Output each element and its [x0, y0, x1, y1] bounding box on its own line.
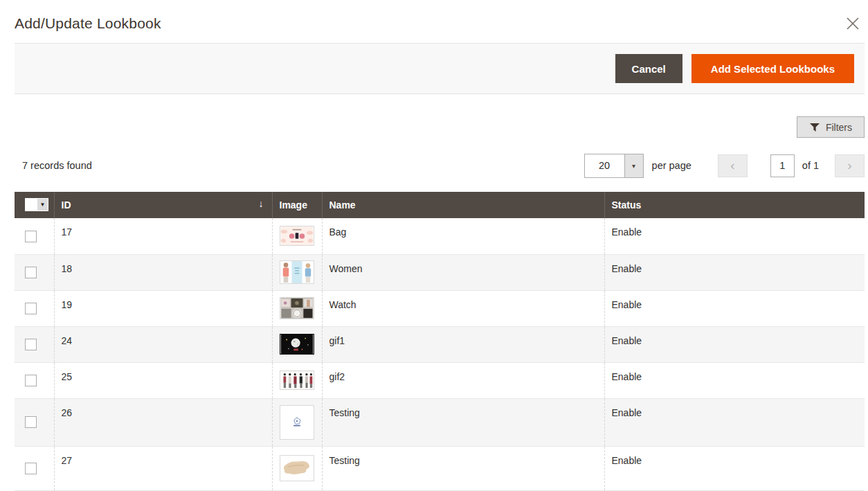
- sort-descending-icon: ↓: [259, 198, 264, 209]
- column-header-id[interactable]: ID ↓: [54, 192, 272, 218]
- cell-id: 24: [54, 326, 272, 362]
- add-update-lookbook-modal: Add/Update Lookbook Cancel Add Selected …: [0, 0, 868, 491]
- row-checkbox[interactable]: [25, 303, 37, 314]
- column-header-status[interactable]: Status: [604, 192, 865, 218]
- pagination-controls: 20 ▾ per page ‹ of 1 ›: [584, 154, 865, 178]
- select-all-caret-icon: ▼: [37, 199, 48, 211]
- page-title: Add/Update Lookbook: [15, 15, 161, 32]
- lookbook-grid: ▼ ID ↓ Image Name Status 17: [15, 192, 865, 491]
- grid-header-row: ▼ ID ↓ Image Name Status: [15, 192, 865, 218]
- cell-name: Watch: [322, 290, 604, 326]
- filters-button-label: Filters: [826, 122, 852, 133]
- filters-row: Filters: [15, 116, 865, 138]
- cell-status: Enable: [604, 362, 865, 398]
- cell-id: 25: [54, 362, 272, 398]
- column-header-image[interactable]: Image: [272, 192, 322, 218]
- column-header-name[interactable]: Name: [322, 192, 604, 218]
- cell-id: 17: [54, 218, 272, 254]
- records-found-label: 7 records found: [15, 160, 92, 171]
- chevron-left-icon: ‹: [730, 158, 734, 173]
- cell-name: Testing: [322, 446, 604, 490]
- moon-dark-animation-thumbnail: [280, 334, 314, 355]
- cell-status: Enable: [604, 254, 865, 290]
- cell-name: gif2: [322, 362, 604, 398]
- table-row[interactable]: 25 gif2 Enable: [15, 362, 865, 398]
- beige-swatch-thumbnail: [280, 455, 314, 481]
- row-checkbox[interactable]: [25, 416, 37, 428]
- table-row[interactable]: 27 Testing Enable: [15, 446, 865, 490]
- close-icon[interactable]: [844, 15, 862, 33]
- next-page-button[interactable]: ›: [835, 154, 865, 177]
- women-models-thumbnail: [280, 260, 314, 284]
- column-header-id-label: ID: [62, 199, 71, 211]
- modal-header: Add/Update Lookbook: [15, 0, 865, 43]
- cell-name: Women: [322, 254, 604, 290]
- cell-id: 19: [54, 290, 272, 326]
- table-row[interactable]: 17 Bag Enable: [15, 218, 865, 254]
- fashion-figures-thumbnail: [280, 371, 314, 390]
- cell-id: 26: [54, 398, 272, 446]
- table-row[interactable]: 24 gif1 Enable: [15, 326, 865, 362]
- cell-id: 27: [54, 446, 272, 490]
- cell-name: Bag: [322, 218, 604, 254]
- bag-cosmetics-thumbnail: [280, 226, 314, 246]
- per-page-select[interactable]: 20 ▾: [584, 154, 644, 178]
- cell-status: Enable: [604, 326, 865, 362]
- cell-status: Enable: [604, 446, 865, 490]
- filters-button[interactable]: Filters: [797, 116, 865, 138]
- per-page-value: 20: [585, 154, 624, 177]
- row-checkbox[interactable]: [25, 231, 37, 242]
- chevron-right-icon: ›: [847, 158, 851, 173]
- previous-page-button[interactable]: ‹: [718, 154, 748, 177]
- cell-status: Enable: [604, 218, 865, 254]
- grid-toolbar: 7 records found 20 ▾ per page ‹ of 1 ›: [15, 153, 865, 178]
- page-of-label: of 1: [802, 160, 819, 171]
- add-selected-lookbooks-button[interactable]: Add Selected Lookbooks: [691, 54, 854, 83]
- chevron-down-icon: ▾: [624, 154, 643, 177]
- watch-collage-thumbnail: [280, 297, 314, 319]
- table-row[interactable]: 18 Women Enable: [15, 254, 865, 290]
- select-all-dropdown[interactable]: ▼: [25, 198, 48, 211]
- select-all-header-cell: ▼: [15, 192, 54, 218]
- cell-name: Testing: [322, 398, 604, 446]
- cell-status: Enable: [604, 290, 865, 326]
- filter-funnel-icon: [809, 123, 820, 132]
- cancel-button[interactable]: Cancel: [615, 54, 682, 83]
- cell-status: Enable: [604, 398, 865, 446]
- cell-id: 18: [54, 254, 272, 290]
- row-checkbox[interactable]: [25, 339, 37, 350]
- table-row[interactable]: 26 Testing Enable: [15, 398, 865, 446]
- modal-action-bar: Cancel Add Selected Lookbooks: [15, 43, 865, 94]
- row-checkbox[interactable]: [25, 267, 37, 278]
- select-all-checkbox[interactable]: [26, 199, 37, 211]
- row-checkbox[interactable]: [25, 375, 37, 386]
- row-checkbox[interactable]: [25, 463, 37, 474]
- table-row[interactable]: 19 Watch Enable: [15, 290, 865, 326]
- blue-logo-thumbnail: [280, 405, 314, 440]
- per-page-label: per page: [652, 160, 691, 171]
- cell-name: gif1: [322, 326, 604, 362]
- page-number-input[interactable]: [770, 154, 795, 177]
